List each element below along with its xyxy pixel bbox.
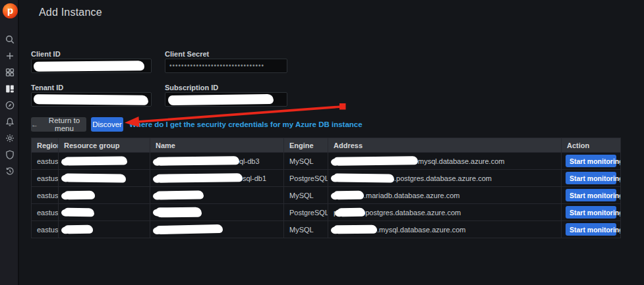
- redaction-scribble: [168, 94, 274, 105]
- client-secret-input[interactable]: ••••••••••••••••••••••••••••••••: [165, 59, 287, 73]
- cell-action: Start monitoring: [562, 153, 621, 170]
- table-header-row: Region Resource group Name Engine Addres…: [32, 138, 621, 153]
- client-id-input[interactable]: [31, 59, 152, 73]
- cell-name: [150, 204, 284, 221]
- redaction-scribble: [334, 156, 418, 166]
- cell-engine: MySQL: [284, 187, 328, 204]
- discover-button[interactable]: Discover: [91, 117, 123, 132]
- start-monitoring-button[interactable]: Start monitoring: [566, 172, 616, 184]
- explore-compass-icon[interactable]: [0, 97, 19, 113]
- cell-name: [150, 187, 284, 204]
- cell-action: Start monitoring: [562, 204, 621, 221]
- cell-region: eastus: [32, 170, 59, 187]
- cell-engine: MySQL: [284, 153, 328, 170]
- cell-name: sql-db1: [150, 170, 284, 187]
- back-arrow-icon: ←: [31, 120, 38, 128]
- cell-resource-group: [59, 221, 150, 238]
- tenant-id-label: Tenant ID: [31, 84, 63, 91]
- cell-action: Start monitoring: [562, 221, 621, 238]
- cell-action: Start monitoring: [562, 187, 621, 204]
- add-instance-page: p: [0, 0, 644, 285]
- cell-region: eastus: [32, 187, 59, 204]
- redaction-scribble: [34, 94, 148, 105]
- redaction-scribble: [334, 225, 377, 234]
- side-menu: p: [0, 0, 19, 285]
- col-header-action: Action: [562, 138, 621, 153]
- return-to-menu-button[interactable]: ← Return to menu: [31, 117, 86, 132]
- redaction-scribble: [64, 173, 126, 182]
- alerting-bell-icon[interactable]: [0, 113, 19, 130]
- start-monitoring-button[interactable]: Start monitoring: [566, 189, 616, 201]
- table-row: eastus ql-db3 MySQL mysql.database.azure…: [32, 153, 621, 170]
- cell-resource-group: [59, 170, 150, 187]
- table-row: eastus MySQL .mariadb.database.azure.com…: [32, 187, 621, 204]
- percona-logo-icon[interactable]: p: [3, 3, 18, 18]
- discovery-table: Region Resource group Name Engine Addres…: [31, 138, 621, 238]
- cell-action: Start monitoring: [562, 170, 621, 187]
- security-shield-icon[interactable]: [0, 146, 19, 163]
- cell-address: popostgres.database.azure.com: [328, 204, 562, 221]
- settings-gear-icon[interactable]: [0, 130, 19, 146]
- cell-name: [150, 221, 284, 238]
- redaction-scribble: [334, 174, 394, 183]
- cell-address: .mysql.database.azure.com: [328, 221, 562, 238]
- redaction-scribble: [64, 225, 93, 234]
- cell-resource-group: [59, 187, 150, 204]
- cell-engine: PostgreSQL: [284, 204, 328, 221]
- cell-region: eastus: [32, 204, 59, 221]
- col-header-resource-group: Resource group: [59, 138, 150, 153]
- start-monitoring-button[interactable]: Start monitoring: [566, 206, 616, 219]
- cell-address: mysql.database.azure.com: [328, 153, 562, 170]
- table-row: eastus MySQL .mysql.database.azure.com S…: [32, 221, 621, 238]
- cell-name: ql-db3: [150, 153, 284, 170]
- cell-region: eastus: [32, 153, 59, 170]
- credentials-help-link[interactable]: Where do I get the security credentials …: [129, 120, 363, 128]
- redaction-scribble: [34, 61, 144, 72]
- cell-resource-group: [59, 153, 150, 170]
- add-icon[interactable]: [0, 47, 19, 64]
- table-row: eastus sql-db1 PostgreSQL .postgres.data…: [32, 170, 621, 187]
- cell-region: eastus: [32, 221, 59, 238]
- cell-engine: PostgreSQL: [284, 170, 328, 187]
- redaction-scribble: [64, 208, 94, 217]
- redaction-scribble: [156, 173, 243, 183]
- cell-engine: MySQL: [284, 221, 328, 238]
- col-header-region: Region: [32, 138, 59, 153]
- redaction-scribble: [64, 156, 127, 165]
- redaction-scribble: [156, 224, 223, 234]
- subscription-id-input[interactable]: [165, 92, 287, 107]
- redaction-scribble: [337, 208, 365, 217]
- cell-resource-group: [59, 204, 150, 221]
- dashboards-grid-icon[interactable]: [0, 64, 19, 80]
- col-header-name: Name: [150, 138, 284, 153]
- redaction-scribble: [334, 191, 364, 200]
- pmm-dashboards-icon[interactable]: [0, 80, 19, 97]
- col-header-engine: Engine: [284, 138, 328, 153]
- page-title: Add Instance: [39, 7, 102, 18]
- redaction-scribble: [156, 207, 202, 218]
- client-id-label: Client ID: [31, 50, 61, 58]
- redaction-scribble: [156, 156, 239, 166]
- subscription-id-label: Subscription ID: [165, 84, 218, 91]
- table-row: eastus PostgreSQL popostgres.database.az…: [32, 204, 621, 221]
- redaction-scribble: [156, 190, 204, 199]
- start-monitoring-button[interactable]: Start monitoring: [566, 223, 616, 236]
- cell-address: .postgres.database.azure.com: [328, 170, 562, 187]
- tenant-id-input[interactable]: [31, 92, 152, 107]
- col-header-address: Address: [328, 138, 562, 153]
- redaction-scribble: [64, 191, 95, 200]
- start-monitoring-button[interactable]: Start monitoring: [566, 155, 616, 167]
- client-secret-label: Client Secret: [165, 50, 209, 58]
- cell-address: .mariadb.database.azure.com: [328, 187, 562, 204]
- history-icon[interactable]: [0, 163, 19, 179]
- search-icon[interactable]: [0, 31, 19, 47]
